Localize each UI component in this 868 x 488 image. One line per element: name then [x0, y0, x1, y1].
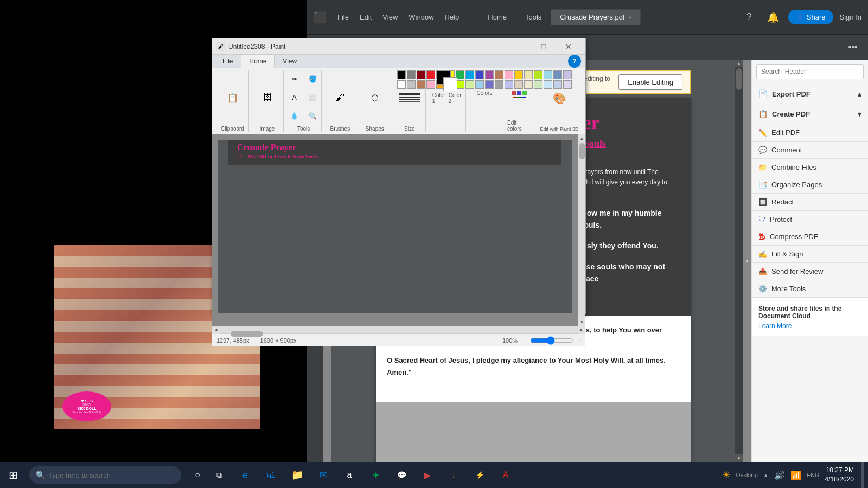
swatch-purple[interactable] [485, 70, 494, 79]
swatch-gray1[interactable] [407, 70, 416, 79]
taskbar-store-icon[interactable]: 🛍 [260, 464, 282, 486]
swatch-blue1[interactable] [465, 70, 474, 79]
paint-vertical-scrollbar[interactable]: ▲ ▼ [578, 134, 585, 326]
pdf-bell-icon[interactable]: 🔔 [764, 9, 782, 26]
swatch-black[interactable] [397, 70, 406, 79]
pdf-menu-window[interactable]: Window [404, 11, 438, 23]
pdf-share-button[interactable]: 👤 Share [788, 10, 833, 24]
paint-canvas[interactable]: Crusade Prayer #1 – My Gift to Jesus to … [218, 140, 572, 313]
zoom-minus-btn[interactable]: − [522, 337, 525, 344]
brush-tool-icon[interactable]: 🖌 [331, 89, 349, 106]
scroll-up-arrow[interactable]: ▲ [578, 134, 586, 142]
taskbar-discord-icon[interactable]: 💬 [391, 464, 412, 486]
pencil-tool-icon[interactable]: ✏ [286, 70, 303, 88]
taskbar-search-input[interactable] [48, 471, 168, 479]
pdf-learn-more-link[interactable]: Learn More [758, 322, 861, 330]
pdf-protect-item[interactable]: 🛡 Protect [752, 211, 868, 228]
pdf-vertical-scrollbar[interactable]: ▲ ▼ [735, 60, 743, 462]
paint-close-button[interactable]: ✕ [556, 38, 581, 55]
paint-tab-home[interactable]: Home [241, 55, 275, 68]
swatch-brown1[interactable] [495, 70, 503, 79]
taskbar-tripadvisor-icon[interactable]: ✈ [365, 464, 386, 486]
swatch-lightgreen[interactable] [465, 80, 474, 89]
paint-help-button[interactable]: ? [568, 55, 581, 68]
taskbar-mail-icon[interactable]: ✉ [312, 464, 334, 486]
scroll-right-arrow[interactable]: ► [578, 326, 585, 334]
taskbar-volume-icon[interactable]: 🔊 [774, 470, 785, 480]
taskbar-acrobat-icon[interactable]: A [495, 464, 516, 486]
pdf-redact-item[interactable]: 🔲 Redact [752, 194, 868, 210]
swatch-gray2[interactable] [407, 80, 416, 89]
swatch-red2[interactable] [426, 70, 435, 79]
pdf-combine-item[interactable]: 📁 Combine Files [752, 159, 868, 176]
swatch-midgray[interactable] [495, 80, 503, 89]
pdf-expand-right-button[interactable]: › [743, 60, 751, 462]
taskbar-cortana-button[interactable]: ○ [187, 464, 208, 486]
scroll-down-arrow[interactable]: ▼ [578, 318, 586, 326]
swatch-white[interactable] [397, 80, 406, 89]
taskbar-media-icon[interactable]: ▶ [417, 464, 438, 486]
swatch-pink2[interactable] [426, 80, 435, 89]
pdf-menu-help[interactable]: Help [441, 11, 464, 23]
fill-tool-icon[interactable]: 🪣 [304, 70, 322, 88]
paint-maximize-button[interactable]: □ [531, 38, 556, 55]
paint3d-tool-icon[interactable]: 🎨 [546, 89, 572, 107]
taskbar-unknown-icon[interactable]: ⚡ [469, 464, 490, 486]
pdf-create-header[interactable]: 📋 Create PDF ▾ [752, 104, 868, 124]
shapes-tool-icon[interactable]: ⬡ [366, 89, 384, 106]
paint-tab-view[interactable]: View [275, 55, 305, 68]
taskbar-folder-icon[interactable]: 📁 [286, 464, 308, 486]
pdf-tab-close-icon[interactable]: ▾ [629, 15, 631, 21]
h-scroll-thumb[interactable] [231, 331, 263, 337]
swatch-periwinkle[interactable] [485, 80, 494, 89]
color-preview[interactable] [437, 70, 457, 91]
taskbar-show-desktop-button[interactable] [861, 462, 864, 488]
pdf-organize-item[interactable]: 📑 Organize Pages [752, 176, 868, 193]
pdf-fillsign-item[interactable]: ✍️ Fill & Sign [752, 246, 868, 262]
colorpicker-tool-icon[interactable]: 💧 [286, 107, 303, 125]
text-tool-icon[interactable]: A [286, 89, 303, 106]
scroll-thumb[interactable] [579, 143, 585, 159]
scroll-left-arrow[interactable]: ◄ [212, 326, 220, 334]
clipboard-tool-icon[interactable]: 📋 [224, 89, 241, 106]
pdf-menu-file[interactable]: File [333, 11, 353, 23]
taskbar-network-icon[interactable]: 📶 [790, 470, 801, 480]
taskbar-start-button[interactable]: ⊞ [0, 462, 26, 488]
size-line-med[interactable] [399, 97, 420, 98]
pdf-tab-home[interactable]: Home [478, 9, 516, 25]
paint-minimize-button[interactable]: ─ [506, 38, 531, 55]
color2-preview[interactable] [443, 77, 457, 91]
enable-editing-button[interactable]: Enable Editing [618, 74, 682, 90]
swatch-red1[interactable] [417, 70, 425, 79]
zoom-plus-btn[interactable]: + [578, 337, 581, 344]
pdf-scroll-up-button[interactable]: ▲ [735, 60, 743, 67]
edit-colors-icon[interactable] [506, 86, 532, 104]
zoom-tool-icon[interactable]: 🔍 [304, 107, 322, 125]
paint-horizontal-scrollbar[interactable]: ◄ ► [212, 326, 585, 333]
pdf-compress-item[interactable]: 🗜 Compress PDF [752, 228, 868, 245]
pdf-export-header[interactable]: 📄 Export PDF ▴ [752, 84, 868, 104]
size-line-thin1[interactable] [399, 99, 420, 100]
pdf-menu-edit[interactable]: Edit [355, 11, 376, 23]
pdf-tools-search-input[interactable] [756, 64, 864, 79]
pdf-more-options-button[interactable]: ••• [844, 38, 861, 56]
taskbar-bittorent-icon[interactable]: ↓ [443, 464, 464, 486]
pdf-help-icon[interactable]: ? [741, 9, 758, 26]
pdf-signin-button[interactable]: Sign In [840, 13, 861, 21]
swatch-brown2[interactable] [417, 80, 425, 89]
swatch-blue2[interactable] [475, 70, 484, 79]
pdf-moretools-item[interactable]: ⚙️ More Tools [752, 280, 868, 297]
taskbar-edge-icon[interactable]: e [234, 464, 256, 486]
size-line-thick[interactable] [399, 93, 420, 95]
taskbar-lang-icon[interactable]: ENG [807, 472, 820, 478]
size-line-thin2[interactable] [399, 101, 420, 102]
pdf-edit-item[interactable]: ✏️ Edit PDF [752, 124, 868, 141]
paint-tab-file[interactable]: File [214, 55, 241, 68]
pdf-tab-document[interactable]: Crusade Prayers.pdf ▾ [551, 9, 641, 25]
pdf-scroll-thumb[interactable] [736, 68, 742, 90]
image-tool-icon[interactable]: 🖼 [259, 89, 276, 106]
taskbar-taskview-button[interactable]: ⧉ [208, 464, 230, 486]
pdf-comment-item[interactable]: 💬 Comment [752, 142, 868, 158]
taskbar-arrow-icon[interactable]: ▲ [763, 472, 769, 478]
pdf-menu-view[interactable]: View [378, 11, 402, 23]
